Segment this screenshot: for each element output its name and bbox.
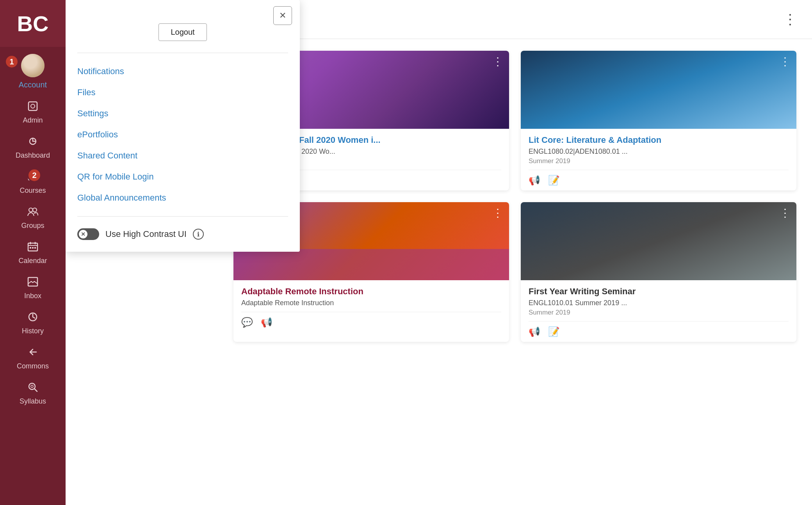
- sidebar-item-admin[interactable]: Admin: [0, 93, 66, 128]
- card-icons-3: 💬 📢: [241, 312, 501, 328]
- logout-section: Logout: [66, 0, 300, 49]
- card-term-2: Summer 2019: [529, 157, 789, 165]
- svg-rect-0: [28, 102, 37, 110]
- account-dropdown: ✕ Logout Notifications Files Settings eP…: [66, 0, 300, 252]
- admin-icon: [26, 100, 39, 115]
- calendar-icon: [26, 240, 39, 255]
- announce-icon-4[interactable]: 📢: [529, 326, 540, 337]
- syllabus-label: Syllabus: [20, 397, 46, 405]
- history-icon: [26, 310, 39, 325]
- card-menu-4[interactable]: ⋮: [780, 208, 790, 219]
- sidebar-logo: BC: [0, 0, 66, 47]
- commons-label: Commons: [17, 362, 49, 370]
- logout-button[interactable]: Logout: [158, 23, 207, 41]
- link-shared-content[interactable]: Shared Content: [77, 145, 288, 166]
- card-icons-4: 📢 📝: [529, 321, 789, 337]
- avatar-image: [21, 54, 45, 77]
- sidebar-item-groups[interactable]: Groups: [0, 199, 66, 234]
- courses-label: Courses: [20, 187, 46, 195]
- high-contrast-toggle[interactable]: ✕: [77, 228, 99, 240]
- card-menu-2[interactable]: ⋮: [780, 56, 790, 67]
- dashboard-icon: [26, 135, 39, 150]
- card-term-4: Summer 2019: [529, 309, 789, 317]
- sidebar-item-inbox[interactable]: Inbox: [0, 269, 66, 304]
- link-qr-login[interactable]: QR for Mobile Login: [77, 166, 288, 187]
- svg-point-5: [33, 208, 37, 212]
- toggle-info-icon[interactable]: ℹ: [193, 229, 204, 240]
- inbox-icon: [26, 275, 39, 290]
- commons-icon: [26, 345, 39, 361]
- sidebar-item-commons[interactable]: Commons: [0, 339, 66, 374]
- sidebar-item-dashboard[interactable]: Dashboard: [0, 128, 66, 164]
- svg-rect-10: [28, 277, 37, 286]
- sidebar-item-history[interactable]: History: [0, 304, 66, 339]
- discussion-icon-3[interactable]: 💬: [241, 317, 253, 328]
- calendar-label: Calendar: [18, 257, 47, 265]
- dropdown-links: Notifications Files Settings ePortfolios…: [66, 57, 300, 212]
- announce-icon-2[interactable]: 📢: [529, 175, 540, 186]
- assignment-icon-4[interactable]: 📝: [548, 326, 560, 337]
- card-subtitle-2: ENGL1080.02|ADEN1080.01 ...: [529, 148, 789, 156]
- svg-point-1: [31, 104, 35, 108]
- badge-1: 1: [5, 55, 19, 69]
- logo-text: BC: [17, 11, 49, 36]
- topbar-menu-icon[interactable]: ⋮: [783, 12, 796, 27]
- account-section[interactable]: 1 Account: [0, 47, 66, 93]
- toggle-track[interactable]: ✕: [77, 228, 99, 240]
- sidebar-nav: Admin Dashboard 2 Courses Groups: [0, 93, 66, 505]
- main-content: ⋮ ✕ Logout Notifications Files Settings …: [66, 0, 812, 505]
- card-title-3[interactable]: Adaptable Remote Instruction: [241, 286, 501, 297]
- link-global-announcements[interactable]: Global Announcements: [77, 187, 288, 208]
- cards-grid: ⋮ ADEN1825.01 Fall 2020 Women i... ADEN1…: [233, 51, 796, 342]
- link-files[interactable]: Files: [77, 82, 288, 103]
- sidebar: BC 1 Account Admin Dashboard 2: [0, 0, 66, 505]
- assignment-icon-2[interactable]: 📝: [548, 175, 560, 186]
- avatar[interactable]: [21, 54, 45, 77]
- divider-1: [77, 53, 288, 53]
- card-body-2: Lit Core: Literature & Adaptation ENGL10…: [521, 129, 796, 190]
- link-notifications[interactable]: Notifications: [77, 61, 288, 82]
- svg-rect-7: [30, 247, 31, 249]
- card-title-2[interactable]: Lit Core: Literature & Adaptation: [529, 135, 789, 145]
- card-menu-1[interactable]: ⋮: [492, 56, 503, 67]
- history-label: History: [22, 327, 44, 335]
- toggle-label: Use High Contrast UI: [105, 229, 187, 239]
- groups-label: Groups: [21, 222, 44, 230]
- card-body-4: First Year Writing Seminar ENGL1010.01 S…: [521, 280, 796, 342]
- dashboard-label: Dashboard: [16, 151, 50, 160]
- card-body-3: Adaptable Remote Instruction Adaptable R…: [233, 280, 509, 333]
- svg-rect-9: [34, 247, 36, 249]
- sidebar-item-calendar[interactable]: Calendar: [0, 234, 66, 269]
- card-subtitle-4: ENGL1010.01 Summer 2019 ...: [529, 299, 789, 307]
- toggle-row: ✕ Use High Contrast UI ℹ: [66, 220, 300, 240]
- toggle-knob: ✕: [79, 230, 87, 238]
- card-image-2: ⋮: [521, 51, 796, 129]
- svg-point-4: [29, 208, 33, 212]
- course-card-4[interactable]: ⋮ First Year Writing Seminar ENGL1010.01…: [521, 202, 796, 342]
- svg-rect-8: [32, 247, 34, 249]
- sidebar-item-courses[interactable]: 2 Courses: [0, 164, 66, 199]
- card-image-4: ⋮: [521, 202, 796, 280]
- announce-icon-3[interactable]: 📢: [261, 317, 272, 328]
- card-icons-2: 📢 📝: [529, 170, 789, 186]
- syllabus-icon: [26, 381, 39, 396]
- card-menu-3[interactable]: ⋮: [492, 208, 503, 219]
- course-card-2[interactable]: ⋮ Lit Core: Literature & Adaptation ENGL…: [521, 51, 796, 190]
- groups-icon: [26, 205, 39, 220]
- account-label[interactable]: Account: [19, 80, 47, 89]
- admin-label: Admin: [23, 116, 43, 124]
- card-subtitle-3: Adaptable Remote Instruction: [241, 299, 501, 307]
- card-title-4[interactable]: First Year Writing Seminar: [529, 286, 789, 297]
- link-settings[interactable]: Settings: [77, 103, 288, 124]
- divider-2: [77, 216, 288, 217]
- sidebar-item-syllabus[interactable]: Syllabus: [0, 374, 66, 409]
- badge-2: 2: [27, 168, 41, 182]
- inbox-label: Inbox: [24, 292, 41, 300]
- dropdown-close-button[interactable]: ✕: [273, 6, 292, 25]
- svg-point-13: [31, 385, 33, 388]
- link-eportfolios[interactable]: ePortfolios: [77, 124, 288, 145]
